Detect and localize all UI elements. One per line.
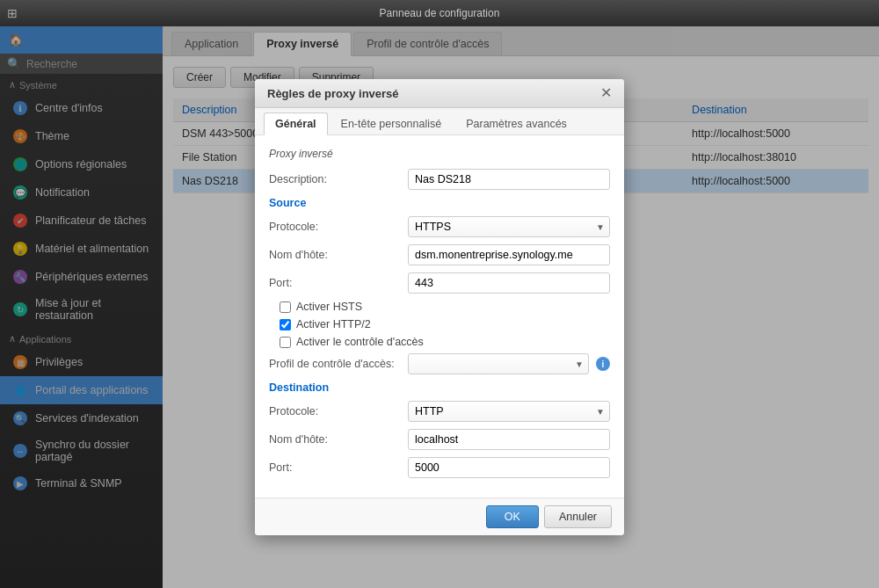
checkbox-row-controle: Activer le contrôle d'accès bbox=[269, 336, 610, 348]
port-source-input[interactable] bbox=[408, 272, 610, 294]
proxy-inverse-label: Proxy inversé bbox=[269, 148, 610, 160]
modal-close-button[interactable]: ✕ bbox=[600, 86, 612, 100]
form-row-profil-controle: Profil de contrôle d'accès: ▼ i bbox=[269, 353, 610, 374]
app-icon: ⊞ bbox=[7, 6, 18, 20]
form-row-nom-hote-dest: Nom d'hôte: bbox=[269, 429, 610, 450]
form-row-port-source: Port: bbox=[269, 272, 610, 294]
hsts-label: Activer HSTS bbox=[296, 301, 362, 313]
annuler-button[interactable]: Annuler bbox=[544, 505, 612, 528]
modal-title: Règles de proxy inversé bbox=[267, 87, 399, 100]
controle-checkbox[interactable] bbox=[280, 337, 291, 348]
port-dest-label: Port: bbox=[269, 461, 401, 474]
form-row-protocole-source: Protocole: HTTPS HTTP ▼ bbox=[269, 216, 610, 237]
modal-proxy-rules: Règles de proxy inversé ✕ Général En-têt… bbox=[255, 79, 624, 535]
form-row-nom-hote-source: Nom d'hôte: bbox=[269, 244, 610, 265]
modal-overlay: Règles de proxy inversé ✕ Général En-têt… bbox=[0, 26, 879, 588]
info-icon[interactable]: i bbox=[596, 357, 610, 371]
profil-select-wrap: ▼ bbox=[408, 353, 589, 374]
nom-hote-dest-input[interactable] bbox=[408, 429, 610, 450]
controle-label: Activer le contrôle d'accès bbox=[296, 336, 424, 348]
top-bar-title: Panneau de configuration bbox=[380, 7, 500, 19]
hsts-checkbox[interactable] bbox=[280, 301, 291, 313]
form-row-description: Description: bbox=[269, 169, 610, 190]
nom-hote-source-input[interactable] bbox=[408, 244, 610, 265]
port-dest-input[interactable] bbox=[408, 457, 610, 478]
form-row-port-dest: Port: bbox=[269, 457, 610, 478]
protocole-dest-select[interactable]: HTTP HTTPS bbox=[408, 401, 610, 422]
nom-hote-source-label: Nom d'hôte: bbox=[269, 249, 401, 261]
description-input[interactable] bbox=[408, 169, 610, 190]
modal-tab-bar: Général En-tête personnalisé Paramètres … bbox=[255, 108, 624, 135]
modal-tab-general[interactable]: Général bbox=[264, 113, 328, 135]
http2-label: Activer HTTP/2 bbox=[296, 318, 371, 330]
description-label: Description: bbox=[269, 173, 401, 185]
checkbox-row-http2: Activer HTTP/2 bbox=[269, 318, 610, 330]
destination-section-title: Destination bbox=[269, 381, 610, 394]
modal-body: Proxy inversé Description: Source Protoc… bbox=[255, 135, 624, 497]
form-row-protocole-dest: Protocole: HTTP HTTPS ▼ bbox=[269, 401, 610, 422]
modal-tab-params-avances[interactable]: Paramètres avancés bbox=[454, 113, 578, 134]
profil-controle-label: Profil de contrôle d'accès: bbox=[269, 358, 401, 370]
source-section-title: Source bbox=[269, 197, 610, 209]
protocole-dest-select-wrap: HTTP HTTPS ▼ bbox=[408, 401, 610, 422]
protocole-source-select[interactable]: HTTPS HTTP bbox=[408, 216, 610, 237]
port-source-label: Port: bbox=[269, 277, 401, 289]
protocole-source-select-wrap: HTTPS HTTP ▼ bbox=[408, 216, 610, 237]
http2-checkbox[interactable] bbox=[280, 319, 291, 330]
modal-footer: OK Annuler bbox=[255, 497, 624, 535]
profil-select[interactable] bbox=[408, 353, 589, 374]
modal-header: Règles de proxy inversé ✕ bbox=[255, 79, 624, 108]
protocole-source-label: Protocole: bbox=[269, 221, 401, 233]
modal-tab-en-tete[interactable]: En-tête personnalisé bbox=[330, 113, 454, 134]
top-bar: ⊞ Panneau de configuration bbox=[0, 0, 879, 26]
ok-button[interactable]: OK bbox=[486, 505, 539, 528]
checkbox-row-hsts: Activer HSTS bbox=[269, 301, 610, 313]
protocole-dest-label: Protocole: bbox=[269, 405, 401, 417]
nom-hote-dest-label: Nom d'hôte: bbox=[269, 433, 401, 446]
